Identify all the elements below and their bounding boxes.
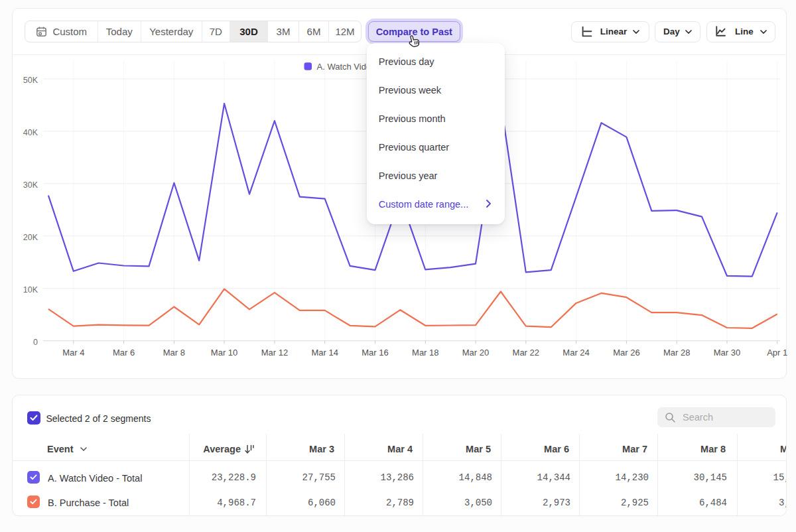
svg-text:10K: 10K [23,285,38,295]
svg-text:Mar 10: Mar 10 [211,348,237,358]
svg-text:Mar 8: Mar 8 [163,348,185,358]
svg-text:Apr 1: Apr 1 [767,348,787,358]
svg-text:Mar 6: Mar 6 [113,348,135,358]
svg-text:0: 0 [33,338,38,347]
svg-text:Mar 24: Mar 24 [563,348,589,358]
svg-text:Mar 30: Mar 30 [714,348,740,358]
svg-text:30K: 30K [23,180,38,190]
svg-text:50K: 50K [23,76,38,85]
svg-text:Mar 18: Mar 18 [412,348,438,358]
svg-text:Mar 28: Mar 28 [663,348,690,358]
svg-text:Mar 4: Mar 4 [62,348,84,358]
svg-text:40K: 40K [23,128,38,137]
svg-text:Mar 14: Mar 14 [311,348,338,358]
svg-text:Mar 20: Mar 20 [462,348,489,358]
svg-text:Mar 26: Mar 26 [613,348,639,358]
svg-text:20K: 20K [23,233,38,242]
svg-text:Mar 22: Mar 22 [513,348,539,358]
svg-text:Mar 16: Mar 16 [362,348,388,358]
svg-text:Mar 12: Mar 12 [261,348,288,358]
